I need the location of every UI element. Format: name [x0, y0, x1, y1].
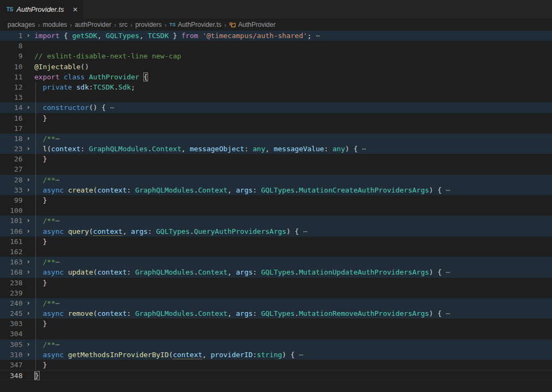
line-number[interactable]: 18	[0, 134, 23, 144]
code-row-line-304[interactable]: 304	[0, 329, 552, 339]
line-number[interactable]: 240	[0, 298, 23, 308]
line-number[interactable]: 304	[0, 329, 23, 339]
code-row-line-348[interactable]: 348}	[0, 370, 552, 380]
fold-chevron-icon[interactable]: ›	[23, 175, 34, 185]
code-line[interactable]: /**⋯	[34, 134, 552, 144]
code-line[interactable]: constructor() { ⋯	[34, 102, 552, 113]
line-number[interactable]: 347	[0, 360, 23, 370]
code-row-line-99[interactable]: 99 }	[0, 195, 552, 205]
code-row-line-310[interactable]: 310› async getMethodsInProviderByID(cont…	[0, 350, 552, 360]
breadcrumb-item-authprovider[interactable]: AuthProvider	[229, 21, 275, 28]
code-row-line-239[interactable]: 239	[0, 288, 552, 298]
code-row-line-163[interactable]: 163› /**⋯	[0, 257, 552, 267]
line-number[interactable]: 305	[0, 339, 23, 350]
line-number[interactable]: 100	[0, 205, 23, 216]
tab-authprovider-ts[interactable]: TS AuthProvider.ts ✕	[0, 0, 83, 19]
code-line[interactable]: }	[34, 113, 552, 123]
code-line[interactable]	[34, 92, 552, 102]
code-line[interactable]: /**⋯	[34, 257, 552, 267]
line-number[interactable]: 13	[0, 92, 23, 102]
line-number[interactable]: 303	[0, 319, 23, 329]
code-line[interactable]: async create(context: GraphQLModules.Con…	[34, 185, 552, 195]
code-row-line-13[interactable]: 13	[0, 92, 552, 102]
code-line[interactable]: /**⋯	[34, 339, 552, 350]
code-row-line-1[interactable]: 1›import { getSDK, GQLTypes, TCSDK } fro…	[0, 31, 552, 41]
line-number[interactable]: 106	[0, 226, 23, 236]
code-row-line-10[interactable]: 10@Injectable()	[0, 62, 552, 72]
code-line[interactable]: }	[34, 236, 552, 247]
breadcrumb-item-authprovider-ts[interactable]: TSAuthProvider.ts	[170, 21, 222, 28]
code-line[interactable]: export class AuthProvider {	[34, 72, 552, 82]
code-row-line-101[interactable]: 101› /**⋯	[0, 216, 552, 226]
code-line[interactable]: }	[34, 360, 552, 370]
fold-chevron-icon[interactable]: ›	[23, 308, 34, 319]
fold-chevron-icon[interactable]: ›	[23, 216, 34, 226]
line-number[interactable]: 348	[0, 371, 23, 380]
code-line[interactable]: /**⋯	[34, 175, 552, 185]
line-number[interactable]: 245	[0, 308, 23, 319]
code-row-line-100[interactable]: 100	[0, 205, 552, 216]
code-line[interactable]: import { getSDK, GQLTypes, TCSDK } from …	[34, 31, 552, 41]
line-number[interactable]: 1	[0, 31, 23, 41]
line-number[interactable]: 27	[0, 164, 23, 174]
code-line[interactable]	[34, 329, 552, 339]
code-row-line-33[interactable]: 33› async create(context: GraphQLModules…	[0, 185, 552, 195]
code-line[interactable]	[34, 247, 552, 257]
breadcrumb-item-packages[interactable]: packages	[8, 21, 35, 28]
code-row-line-26[interactable]: 26 }	[0, 154, 552, 164]
line-number[interactable]: 17	[0, 123, 23, 134]
fold-chevron-icon[interactable]: ›	[23, 339, 34, 350]
code-row-line-18[interactable]: 18› /**⋯	[0, 134, 552, 144]
line-number[interactable]: 23	[0, 144, 23, 154]
line-number[interactable]: 33	[0, 185, 23, 195]
line-number[interactable]: 310	[0, 350, 23, 360]
code-line[interactable]: // eslint-disable-next-line new-cap	[34, 51, 552, 61]
code-line[interactable]: async getMethodsInProviderByID(context, …	[34, 350, 552, 360]
line-number[interactable]: 161	[0, 236, 23, 247]
fold-chevron-icon[interactable]: ›	[23, 350, 34, 360]
code-row-line-16[interactable]: 16 }	[0, 113, 552, 123]
line-number[interactable]: 162	[0, 247, 23, 257]
code-row-line-305[interactable]: 305› /**⋯	[0, 339, 552, 350]
code-line[interactable]	[34, 41, 552, 51]
close-icon[interactable]: ✕	[72, 6, 78, 13]
fold-chevron-icon[interactable]: ›	[23, 102, 34, 113]
code-line[interactable]: async query(context, args: GQLTypes.Quer…	[34, 226, 552, 236]
code-line[interactable]: /**⋯	[34, 216, 552, 226]
breadcrumb-item-providers[interactable]: providers	[135, 21, 161, 28]
line-number[interactable]: 8	[0, 41, 23, 51]
code-row-line-12[interactable]: 12 private sdk:TCSDK.Sdk;	[0, 82, 552, 92]
code-editor[interactable]: 1›import { getSDK, GQLTypes, TCSDK } fro…	[0, 31, 552, 380]
line-number[interactable]: 11	[0, 72, 23, 82]
line-number[interactable]: 16	[0, 113, 23, 123]
breadcrumb-item-authprovider[interactable]: authProvider	[75, 21, 111, 28]
fold-chevron-icon[interactable]: ›	[23, 226, 34, 236]
fold-chevron-icon[interactable]: ›	[23, 185, 34, 195]
fold-chevron-icon[interactable]: ›	[23, 257, 34, 267]
code-row-line-245[interactable]: 245› async remove(context: GraphQLModule…	[0, 308, 552, 319]
code-line[interactable]: }	[34, 319, 552, 329]
code-line[interactable]: async remove(context: GraphQLModules.Con…	[34, 308, 552, 319]
code-row-line-23[interactable]: 23› l(context: GraphQLModules.Context, m…	[0, 144, 552, 154]
line-number[interactable]: 163	[0, 257, 23, 267]
line-number[interactable]: 14	[0, 102, 23, 113]
breadcrumb-item-modules[interactable]: modules	[43, 21, 67, 28]
code-line[interactable]: /**⋯	[34, 298, 552, 308]
code-line[interactable]: l(context: GraphQLModules.Context, messa…	[34, 144, 552, 154]
code-line[interactable]: }	[34, 195, 552, 205]
code-row-line-240[interactable]: 240› /**⋯	[0, 298, 552, 308]
line-number[interactable]: 12	[0, 82, 23, 92]
code-line[interactable]: async update(context: GraphQLModules.Con…	[34, 267, 552, 277]
code-row-line-9[interactable]: 9// eslint-disable-next-line new-cap	[0, 51, 552, 61]
code-row-line-27[interactable]: 27	[0, 164, 552, 174]
line-number[interactable]: 9	[0, 51, 23, 61]
code-row-line-303[interactable]: 303 }	[0, 319, 552, 329]
code-row-line-28[interactable]: 28› /**⋯	[0, 175, 552, 185]
line-number[interactable]: 238	[0, 278, 23, 288]
breadcrumb-item-src[interactable]: src	[119, 21, 128, 28]
fold-chevron-icon[interactable]: ›	[23, 267, 34, 277]
line-number[interactable]: 10	[0, 62, 23, 72]
line-number[interactable]: 26	[0, 154, 23, 164]
line-number[interactable]: 168	[0, 267, 23, 277]
code-row-line-14[interactable]: 14› constructor() { ⋯	[0, 102, 552, 113]
